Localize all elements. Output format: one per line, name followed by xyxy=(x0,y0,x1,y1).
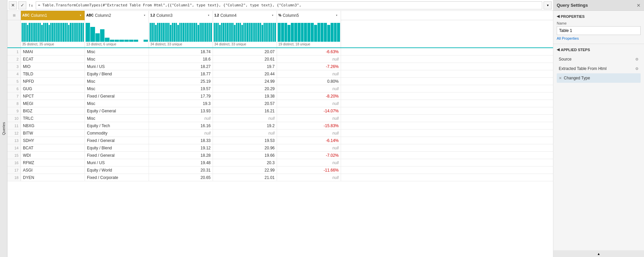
hist-bar xyxy=(281,23,284,42)
cell-col2: Misc xyxy=(85,78,149,85)
hist-bar xyxy=(43,23,44,42)
col-dropdown-icon-col5[interactable]: ▾ xyxy=(334,13,339,18)
col-header-col1[interactable]: ABCColumn1▾ xyxy=(21,11,85,20)
hist-bar xyxy=(159,23,160,42)
row-num-header: ⊞ xyxy=(7,11,21,20)
step-item-extracted[interactable]: Extracted Table From Html⚙ xyxy=(557,64,641,73)
hist-bar xyxy=(197,25,199,42)
cell-col5: null xyxy=(277,100,341,107)
cell-col5: -11.66% xyxy=(277,167,341,174)
col-header-col2[interactable]: ABCColumn2▾ xyxy=(85,11,149,20)
cell-col4: 19.66 xyxy=(213,152,277,159)
cell-col5: -6.63% xyxy=(277,48,341,55)
step-gear-icon-source[interactable]: ⚙ xyxy=(635,57,639,62)
formula-confirm-button[interactable]: ✓ xyxy=(18,1,26,9)
hist-bar xyxy=(274,23,276,42)
table-row: 12BITWCommoditynullnullnull xyxy=(7,130,553,137)
cell-col2: Muni / US xyxy=(85,63,149,70)
hist-bar xyxy=(200,23,201,42)
hist-bar xyxy=(337,23,340,42)
formula-input[interactable] xyxy=(36,1,542,9)
hist-bar xyxy=(273,23,274,42)
queries-label[interactable]: Queries xyxy=(2,122,6,135)
step-item-source[interactable]: Source⚙ xyxy=(557,54,641,64)
hist-bar xyxy=(269,23,270,42)
data-rows-container[interactable]: 1NMAIMisc18.7420.07-6.63%2ECATMisc18.620… xyxy=(7,48,553,257)
formula-cancel-button[interactable]: ✕ xyxy=(9,1,17,9)
col-dropdown-icon-col4[interactable]: ▾ xyxy=(270,13,275,18)
table-row: 13SDHYFixed / General18.3319.53-6.14% xyxy=(7,137,553,144)
table-row: 7NPCTFixed / General17.7919.38-8.20% xyxy=(7,93,553,100)
formula-expand-button[interactable]: ▾ xyxy=(544,1,552,9)
cell-col4: 22.99 xyxy=(213,167,277,174)
step-delete-icon-changed_type[interactable]: ✕ xyxy=(559,76,562,80)
hist-bar xyxy=(77,23,79,42)
hist-bar xyxy=(225,23,226,42)
cell-col3: 18.27 xyxy=(149,63,213,70)
hist-bar xyxy=(157,23,158,42)
hist-bar xyxy=(234,25,235,42)
cell-col5: -14.07% xyxy=(277,107,341,114)
cell-col1: BCAT xyxy=(21,144,85,151)
hist-bar xyxy=(260,23,261,42)
scroll-up-button[interactable]: ▲ xyxy=(553,250,644,257)
col-header-col5[interactable]: %Column5▾ xyxy=(277,11,341,20)
hist-bar xyxy=(151,23,153,42)
hist-bar xyxy=(215,23,217,42)
name-input[interactable] xyxy=(557,26,641,35)
table-row: 2ECATMisc18.620.61null xyxy=(7,56,553,63)
hist-bar xyxy=(176,23,177,42)
row-number: 11 xyxy=(7,122,21,129)
row-num-hist xyxy=(7,20,21,47)
hist-bar xyxy=(238,23,239,42)
cell-col5: -7.02% xyxy=(277,152,341,159)
col-dropdown-icon-col3[interactable]: ▾ xyxy=(206,13,211,18)
hist-bar xyxy=(164,23,166,42)
steps-list: Source⚙Extracted Table From Html⚙✕Change… xyxy=(557,54,641,83)
column-header-row: ⊞ ABCColumn1▾ABCColumn2▾1.2Column3▾1.2Co… xyxy=(7,11,553,20)
hist-bar xyxy=(34,23,35,42)
col-hist-0: 35 distinct, 35 unique xyxy=(21,20,85,47)
properties-arrow-icon: ◀ xyxy=(557,14,559,19)
row-number: 9 xyxy=(7,107,21,114)
col-hist-1: 13 distinct, 6 unique xyxy=(85,20,149,47)
cell-col4: 20.07 xyxy=(213,48,277,55)
steps-section-title: ◀ APPLIED STEPS xyxy=(557,47,641,52)
table-row: 11NBXGEquity / Tech16.1619.2-15.83% xyxy=(7,122,553,130)
cell-col1: NBXG xyxy=(21,122,85,129)
step-gear-icon-extracted[interactable]: ⚙ xyxy=(635,67,639,71)
col-dropdown-icon-col1[interactable]: ▾ xyxy=(78,13,83,18)
hist-bar xyxy=(267,23,269,42)
hist-bar xyxy=(294,23,297,42)
hist-bar xyxy=(219,25,220,42)
col-header-col4[interactable]: 1.2Column4▾ xyxy=(213,11,277,20)
row-number: 2 xyxy=(7,56,21,63)
hist-bar xyxy=(153,23,155,42)
cell-col5: null xyxy=(277,115,341,122)
cell-col1: BITW xyxy=(21,130,85,137)
row-number: 13 xyxy=(7,137,21,144)
col-header-col3[interactable]: 1.2Column3▾ xyxy=(149,11,213,20)
hist-bar xyxy=(31,23,32,42)
hist-bar xyxy=(223,23,224,42)
hist-bar xyxy=(168,23,170,42)
hist-bar xyxy=(174,23,175,42)
close-button[interactable]: ✕ xyxy=(637,3,641,8)
hist-bar xyxy=(75,23,76,42)
cell-col1: SDHY xyxy=(21,137,85,144)
row-number: 12 xyxy=(7,130,21,137)
hist-bar xyxy=(262,25,263,42)
hist-bar xyxy=(54,23,55,42)
step-item-changed_type[interactable]: ✕Changed Type xyxy=(557,73,641,83)
col-dropdown-icon-col2[interactable]: ▾ xyxy=(142,13,147,18)
cell-col4: 20.29 xyxy=(213,85,277,92)
hist-bar xyxy=(243,23,245,42)
all-properties-link[interactable]: All Properties xyxy=(557,36,641,40)
hist-bar xyxy=(258,23,259,42)
cell-col1: TRLC xyxy=(21,115,85,122)
cell-col1: ECAT xyxy=(21,56,85,63)
cell-col2: Equity / General xyxy=(85,107,149,114)
hist-bar xyxy=(230,23,232,42)
col-hist-4: 19 distinct, 18 unique xyxy=(277,20,341,47)
hist-bar xyxy=(207,23,208,42)
